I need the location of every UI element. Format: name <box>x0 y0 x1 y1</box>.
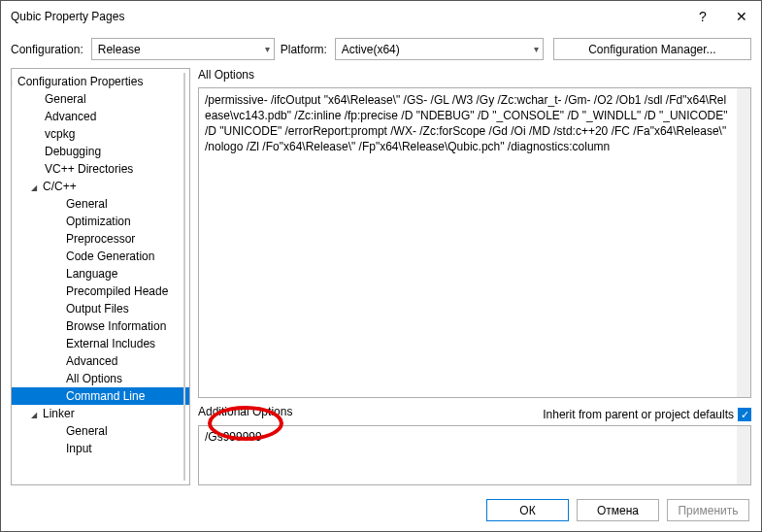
tree-item-cc-command-line[interactable]: Command Line <box>12 387 189 405</box>
tree-item-vcpkg[interactable]: vcpkg <box>12 125 189 143</box>
tree-item-debugging[interactable]: Debugging <box>12 143 189 160</box>
tree-item-general[interactable]: General <box>12 90 189 108</box>
tree-item-vc-directories[interactable]: VC++ Directories <box>12 160 189 178</box>
tree-item-linker-general[interactable]: General <box>12 422 189 440</box>
tree-item-linker[interactable]: Linker <box>12 405 189 422</box>
configuration-label: Configuration: <box>11 43 85 56</box>
tree-item-cc-precompiled-headers[interactable]: Precompiled Heade <box>12 283 189 300</box>
additional-options-scrollbar[interactable] <box>737 426 750 484</box>
all-options-scrollbar[interactable] <box>737 88 750 397</box>
tree-item-cc-language[interactable]: Language <box>12 265 189 283</box>
tree-item-cc-output-files[interactable]: Output Files <box>12 300 189 317</box>
additional-options-label: Additional Options <box>198 405 292 422</box>
tree-scrollbar[interactable] <box>183 73 185 481</box>
apply-button[interactable]: Применить <box>667 499 749 521</box>
tree-item-linker-input[interactable]: Input <box>12 440 189 457</box>
help-button[interactable]: ? <box>683 1 722 32</box>
configuration-value: Release <box>98 43 141 56</box>
tree-item-cc-optimization[interactable]: Optimization <box>12 213 189 230</box>
additional-options-text: /Gs999999 <box>205 430 745 444</box>
platform-value: Active(x64) <box>342 43 400 56</box>
ok-button[interactable]: ОК <box>486 499 569 521</box>
all-options-box: /permissive- /ifcOutput "x64\Release\" /… <box>198 87 751 398</box>
additional-options-box[interactable]: /Gs999999 <box>198 425 751 485</box>
tree-item-cc-browse-information[interactable]: Browse Information <box>12 317 189 335</box>
tree-item-cc-code-generation[interactable]: Code Generation <box>12 248 189 265</box>
tree-root-configuration-properties[interactable]: Configuration Properties <box>12 73 189 90</box>
tree-item-advanced[interactable]: Advanced <box>12 108 189 125</box>
tree-item-cc-all-options[interactable]: All Options <box>12 370 189 387</box>
close-button[interactable]: ✕ <box>722 1 761 32</box>
configuration-dropdown[interactable]: Release ▾ <box>91 38 275 60</box>
inherit-label: Inherit from parent or project defaults <box>543 408 734 421</box>
configuration-manager-button[interactable]: Configuration Manager... <box>553 38 751 60</box>
tree-item-cc-external-includes[interactable]: External Includes <box>12 335 189 352</box>
platform-label: Platform: <box>281 43 329 56</box>
chevron-down-icon: ▾ <box>265 44 270 54</box>
window-title: Qubic Property Pages <box>11 10 683 23</box>
tree-panel: Configuration Properties General Advance… <box>11 68 190 485</box>
all-options-label: All Options <box>198 68 751 85</box>
tree-item-cc-general[interactable]: General <box>12 195 189 213</box>
all-options-text: /permissive- /ifcOutput "x64\Release\" /… <box>205 92 745 393</box>
cancel-button[interactable]: Отмена <box>577 499 659 521</box>
chevron-down-icon: ▾ <box>534 44 539 54</box>
platform-dropdown[interactable]: Active(x64) ▾ <box>335 38 544 60</box>
tree-item-cc[interactable]: C/C++ <box>12 178 189 195</box>
tree-item-cc-advanced[interactable]: Advanced <box>12 352 189 370</box>
tree-item-cc-preprocessor[interactable]: Preprocessor <box>12 230 189 248</box>
inherit-checkbox[interactable]: ✓ <box>738 408 751 421</box>
